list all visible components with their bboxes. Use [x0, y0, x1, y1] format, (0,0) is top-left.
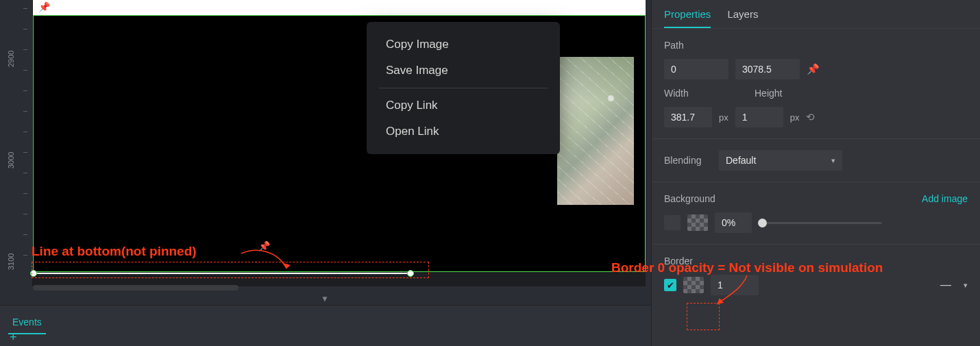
border-enabled-checkbox[interactable]: ✔ — [664, 279, 676, 291]
canvas-area: 2900 3000 3100 📌 📌 📌 Copy Image S — [0, 0, 651, 346]
ruler-tick — [23, 29, 27, 29]
selection-handle[interactable] — [30, 270, 37, 277]
ruler-tick — [23, 234, 27, 235]
chevron-down-icon[interactable]: ▾ — [964, 281, 968, 290]
ruler-tick-label: 3000 — [7, 152, 15, 169]
chevron-down-icon: ▾ — [831, 156, 835, 165]
border-style-icon: — — [940, 279, 957, 291]
background-label: Background — [664, 193, 715, 204]
expand-handle-icon[interactable]: ▼ — [321, 294, 329, 304]
divider — [652, 138, 980, 139]
menu-open-link[interactable]: Open Link — [367, 119, 560, 145]
canvas-viewport[interactable]: 📌 📌 📌 Copy Image Save Image Copy Link Op… — [33, 0, 646, 286]
width-input[interactable] — [664, 107, 712, 127]
ruler-tick-label: 2900 — [7, 51, 15, 67]
bg-color-swatch[interactable] — [664, 215, 681, 230]
ruler-tick — [23, 8, 27, 9]
bg-opacity-slider[interactable] — [759, 222, 882, 224]
border-label: Border — [664, 256, 712, 267]
ruler-tick — [23, 111, 27, 112]
blending-label: Blending — [664, 155, 712, 166]
height-label: Height — [755, 88, 803, 99]
border-color-swatch[interactable] — [683, 277, 704, 293]
menu-copy-link[interactable]: Copy Link — [367, 92, 560, 119]
add-image-link[interactable]: Add image — [922, 193, 968, 204]
panel-tabs: Properties Layers — [652, 0, 980, 29]
menu-divider — [379, 88, 548, 88]
ruler-tick — [23, 49, 27, 50]
bg-opacity-input[interactable] — [715, 212, 752, 233]
ruler-tick — [23, 173, 27, 173]
tab-layers[interactable]: Layers — [727, 8, 758, 28]
ruler-tick — [23, 193, 27, 194]
ruler-vertical: 2900 3000 3100 — [0, 0, 33, 286]
bottom-panel: Events + — [0, 305, 651, 346]
divider — [652, 182, 980, 182]
add-event-button[interactable]: + — [10, 330, 17, 345]
ruler-tick — [23, 132, 27, 132]
path-x-input[interactable] — [664, 59, 728, 79]
context-menu: Copy Image Save Image Copy Link Open Lin… — [367, 22, 560, 154]
ruler-tick-label: 3100 — [7, 254, 15, 270]
ruler-tick — [23, 255, 27, 256]
blending-select[interactable]: Default ▾ — [719, 150, 842, 171]
menu-save-image[interactable]: Save Image — [367, 58, 560, 84]
blending-value: Default — [726, 155, 756, 166]
border-width-input[interactable] — [711, 275, 759, 295]
height-unit: px — [790, 112, 800, 123]
path-label: Path — [664, 40, 712, 51]
pin-icon: 📌 — [258, 240, 270, 251]
ruler-tick — [23, 214, 27, 214]
bg-checker-swatch[interactable] — [687, 214, 708, 231]
width-unit: px — [719, 112, 728, 123]
width-label: Width — [664, 88, 712, 99]
slider-thumb[interactable] — [758, 219, 767, 227]
horizontal-scrollbar[interactable] — [33, 285, 238, 291]
pin-icon[interactable]: 📌 — [807, 63, 820, 75]
selected-line-shape[interactable] — [34, 273, 411, 274]
link-dimensions-icon[interactable]: ⟲ — [806, 111, 815, 123]
height-input[interactable] — [735, 107, 783, 127]
divider — [652, 244, 980, 245]
ruler-tick — [23, 90, 27, 91]
ruler-tick — [23, 70, 27, 71]
menu-copy-image[interactable]: Copy Image — [367, 32, 560, 58]
path-y-input[interactable] — [735, 59, 800, 79]
selection-handle[interactable] — [407, 270, 414, 277]
page-fragment: 📌 — [33, 0, 646, 15]
properties-panel: Properties Layers Path 📌 Width Height px… — [651, 0, 980, 346]
image-thumbnail[interactable] — [557, 57, 634, 205]
ruler-tick — [23, 152, 27, 153]
pin-icon: 📌 — [38, 1, 50, 12]
tab-properties[interactable]: Properties — [664, 8, 711, 28]
